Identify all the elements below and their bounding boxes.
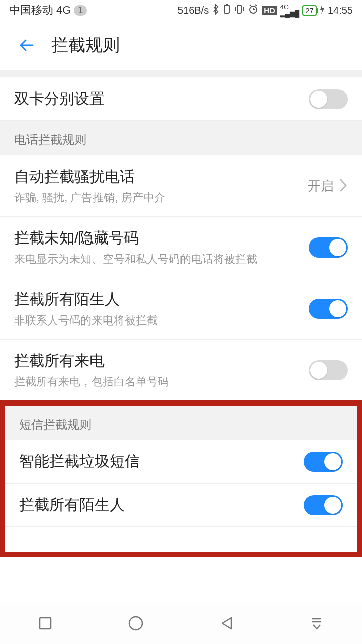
carrier-label: 中国移动 4G xyxy=(9,3,71,18)
row-block-strangers-call[interactable]: 拦截所有陌生人 非联系人号码的来电将被拦截 xyxy=(0,278,362,340)
row-dual-sim[interactable]: 双卡分别设置 xyxy=(0,77,362,121)
nav-home-button[interactable] xyxy=(127,614,145,634)
back-button[interactable] xyxy=(14,33,39,58)
battery-level: 27 xyxy=(302,5,317,16)
arrow-left-icon xyxy=(18,36,36,54)
row-subtitle: 诈骗, 骚扰, 广告推销, 房产中介 xyxy=(14,190,165,205)
page-title: 拦截规则 xyxy=(51,34,120,57)
status-left: 中国移动 4G 1 xyxy=(9,3,87,18)
toggle-block-strangers-sms[interactable] xyxy=(304,495,343,515)
nav-recent-button[interactable] xyxy=(37,615,54,634)
row-smart-block-sms[interactable]: 智能拦截垃圾短信 xyxy=(5,440,357,484)
row-title: 智能拦截垃圾短信 xyxy=(19,451,140,472)
row-auto-block[interactable]: 自动拦截骚扰电话 诈骗, 骚扰, 广告推销, 房产中介 开启 xyxy=(0,155,362,217)
row-block-strangers-sms[interactable]: 拦截所有陌生人 xyxy=(5,484,357,527)
toggle-block-all-calls[interactable] xyxy=(309,360,348,380)
separator-strip xyxy=(0,70,362,77)
toggle-block-strangers-call[interactable] xyxy=(309,299,348,319)
row-title: 拦截所有陌生人 xyxy=(19,495,125,515)
toggle-smart-block-sms[interactable] xyxy=(304,452,343,472)
sim-slot-badge: 1 xyxy=(74,5,87,16)
charging-icon xyxy=(320,4,325,17)
system-nav-bar xyxy=(0,604,362,644)
svg-line-8 xyxy=(250,5,251,6)
row-title: 双卡分别设置 xyxy=(14,89,105,109)
net-speed: 516B/s xyxy=(177,5,209,16)
row-subtitle: 来电显示为未知、空号和私人号码的电话将被拦截 xyxy=(14,252,257,267)
section-header-phone: 电话拦截规则 xyxy=(0,121,362,155)
svg-rect-1 xyxy=(226,4,228,5)
alarm-icon xyxy=(248,4,259,17)
nav-back-button[interactable] xyxy=(218,615,235,634)
row-title: 自动拦截骚扰电话 xyxy=(14,167,165,187)
bluetooth-icon xyxy=(212,4,220,17)
battery-status-icon xyxy=(223,4,231,17)
row-subtitle: 拦截所有来电，包括白名单号码 xyxy=(14,374,169,389)
svg-line-9 xyxy=(255,5,257,6)
status-right: 516B/s HD 4G▂▄▆█ 27 14:55 xyxy=(177,4,353,17)
svg-rect-0 xyxy=(224,5,229,13)
clock-time: 14:55 xyxy=(328,5,353,16)
svg-point-11 xyxy=(129,617,142,630)
section-header-sms: 短信拦截规则 xyxy=(5,406,357,440)
hd-icon: HD xyxy=(262,6,277,15)
row-title: 拦截所有来电 xyxy=(14,351,169,371)
row-block-all-calls[interactable]: 拦截所有来电 拦截所有来电，包括白名单号码 xyxy=(0,340,362,400)
nav-downloads-button[interactable] xyxy=(308,615,325,634)
signal-4g-icon: 4G▂▄▆█ xyxy=(280,4,299,17)
toggle-dual-sim[interactable] xyxy=(309,89,348,109)
app-header: 拦截规则 xyxy=(0,20,362,70)
row-block-unknown[interactable]: 拦截未知/隐藏号码 来电显示为未知、空号和私人号码的电话将被拦截 xyxy=(0,217,362,278)
toggle-block-unknown[interactable] xyxy=(309,237,348,258)
row-subtitle: 非联系人号码的来电将被拦截 xyxy=(14,313,158,328)
vibrate-icon xyxy=(234,4,245,17)
svg-rect-2 xyxy=(237,5,241,13)
svg-rect-10 xyxy=(40,618,51,629)
highlight-sms-section: 短信拦截规则 智能拦截垃圾短信 拦截所有陌生人 xyxy=(0,400,362,557)
chevron-right-icon xyxy=(339,178,348,195)
row-title: 拦截未知/隐藏号码 xyxy=(14,228,257,249)
row-value: 开启 xyxy=(308,177,334,195)
row-title: 拦截所有陌生人 xyxy=(14,289,158,310)
status-bar: 中国移动 4G 1 516B/s HD 4G▂▄▆█ 27 14:55 xyxy=(0,0,362,20)
